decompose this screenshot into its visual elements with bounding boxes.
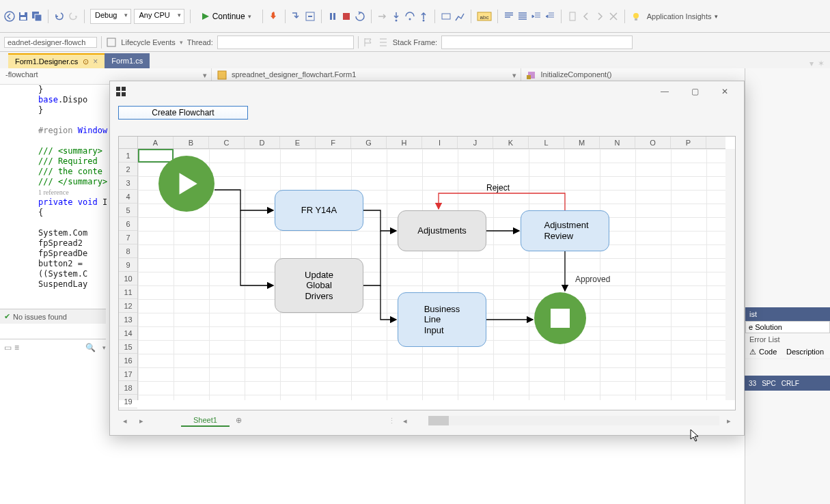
flowchart-end-node[interactable] [534, 292, 586, 344]
row-header-4[interactable]: 4 [119, 190, 137, 204]
search-icon[interactable]: 🔍 [85, 343, 96, 352]
tab-form1[interactable]: Form1.cs [105, 53, 150, 68]
bookmark-row-icon[interactable]: ▭ [4, 343, 12, 352]
error-list-label[interactable]: Error List [745, 333, 830, 346]
dropdown-icon[interactable]: ▾ [248, 13, 251, 20]
show-next-icon[interactable] [305, 11, 316, 22]
close-button[interactable]: ✕ [711, 83, 738, 100]
col-header-N[interactable]: N [600, 137, 635, 148]
config-combo[interactable]: Debug [90, 9, 131, 24]
panel-header-list[interactable]: ist [745, 307, 830, 321]
undo-icon[interactable] [54, 11, 65, 22]
col-header-E[interactable]: E [280, 137, 316, 148]
column-headers[interactable]: ABCDEFGHIJKLMNOP [138, 137, 725, 149]
row-header-2[interactable]: 2 [119, 163, 137, 176]
thread-combo[interactable] [217, 36, 354, 49]
row-header-9[interactable]: 9 [119, 258, 137, 272]
create-flowchart-button[interactable]: Create Flowchart [118, 106, 248, 120]
splitter-icon[interactable]: ⋮ [388, 417, 396, 425]
code-col[interactable]: Code [759, 348, 786, 356]
indent-icon[interactable] [531, 11, 542, 22]
step-down-icon[interactable] [291, 11, 302, 22]
flowchart-start-node[interactable] [158, 156, 215, 212]
comment-icon[interactable] [503, 11, 514, 22]
step-over-icon[interactable] [404, 11, 415, 22]
row-header-17[interactable]: 17 [119, 367, 137, 381]
row-header-10[interactable]: 10 [119, 272, 137, 285]
minimize-button[interactable]: — [651, 83, 678, 100]
add-sheet-button[interactable]: ⊕ [232, 414, 246, 428]
back-icon[interactable] [4, 11, 15, 22]
flowchart-node-update-drivers[interactable]: Update Global Drivers [275, 258, 363, 313]
bookmark-prev-icon[interactable] [581, 11, 592, 22]
threads-icon[interactable] [378, 37, 389, 48]
sheet-tab-sheet1[interactable]: Sheet1 [181, 415, 230, 427]
col-header-L[interactable]: L [529, 137, 564, 148]
row-header-3[interactable]: 3 [119, 176, 137, 190]
step-right-icon[interactable] [377, 11, 388, 22]
flag-icon[interactable] [363, 37, 374, 48]
settings-icon[interactable]: ✶ [818, 59, 825, 68]
bookmark-icon[interactable] [567, 11, 578, 22]
row-header-13[interactable]: 13 [119, 313, 137, 326]
redo-icon[interactable] [68, 11, 79, 22]
row-header-11[interactable]: 11 [119, 285, 137, 299]
sheet-nav-prev-icon[interactable]: ▸ [135, 417, 148, 425]
sheet-nav-first-icon[interactable]: ◂ [118, 417, 132, 425]
row-header-8[interactable]: 8 [119, 244, 137, 258]
horizontal-scrollbar[interactable] [428, 416, 719, 425]
flowchart-node-business-line-input[interactable]: Business Line Input [398, 292, 486, 347]
row-header-6[interactable]: 6 [119, 217, 137, 231]
col-header-D[interactable]: D [245, 137, 280, 148]
hot-reload-icon[interactable] [268, 11, 279, 22]
lifecycle-icon[interactable] [106, 37, 117, 48]
save-icon[interactable] [18, 11, 29, 22]
uncomment-icon[interactable] [517, 11, 528, 22]
row-header-14[interactable]: 14 [119, 326, 137, 340]
abc-icon[interactable]: abc [477, 11, 492, 22]
close-icon[interactable]: × [93, 57, 98, 66]
tab-overflow-icon[interactable]: ▾ [810, 59, 814, 68]
maximize-button[interactable]: ▢ [681, 83, 708, 100]
col-header-P[interactable]: P [671, 137, 706, 148]
row-header-18[interactable]: 18 [119, 381, 137, 395]
platform-combo[interactable]: Any CPU [134, 9, 184, 24]
outdent-icon[interactable] [544, 11, 555, 22]
save-all-icon[interactable] [31, 11, 42, 22]
tool-icon-1[interactable] [441, 11, 452, 22]
grid-area[interactable]: FR Y14A Update Global Drivers Adjustment… [138, 149, 725, 400]
app-titlebar[interactable]: — ▢ ✕ [110, 81, 744, 102]
row-header-19[interactable]: 19 [119, 395, 137, 408]
hscroll-left-icon[interactable]: ◂ [398, 417, 412, 425]
stop-icon[interactable] [341, 11, 352, 22]
pin-icon[interactable]: ⊙ [82, 57, 89, 66]
col-header-G[interactable]: G [351, 137, 387, 148]
col-header-I[interactable]: I [422, 137, 458, 148]
row-header-5[interactable]: 5 [119, 204, 137, 217]
col-header-A[interactable]: A [138, 137, 174, 148]
flowchart-node-fr-y14a[interactable]: FR Y14A [275, 190, 363, 231]
row-header-7[interactable]: 7 [119, 231, 137, 244]
stackframe-combo[interactable] [441, 36, 633, 49]
row-header-16[interactable]: 16 [119, 354, 137, 367]
dropdown-icon[interactable]: ▾ [102, 344, 106, 351]
solution-combo[interactable]: e Solution [745, 321, 830, 333]
select-all-corner[interactable] [119, 137, 138, 149]
hscroll-right-icon[interactable]: ▸ [722, 417, 736, 425]
vertical-scrollbar[interactable] [725, 149, 735, 400]
bulb-icon[interactable] [631, 11, 641, 22]
step-into-icon[interactable] [391, 11, 402, 22]
bookmark-clear-icon[interactable] [608, 11, 619, 22]
row-header-12[interactable]: 12 [119, 299, 137, 313]
col-header-O[interactable]: O [635, 137, 671, 148]
tab-form1-designer[interactable]: Form1.Designer.cs ⊙ × [8, 53, 105, 68]
tool-icon-2[interactable] [454, 11, 465, 22]
continue-button[interactable]: Continue ▾ [196, 10, 257, 23]
col-header-C[interactable]: C [209, 137, 245, 148]
flowchart-node-adjustment-review[interactable]: Adjustment Review [521, 210, 609, 251]
restart-icon[interactable] [355, 11, 365, 22]
col-header-M[interactable]: M [564, 137, 600, 148]
flowchart-node-adjustments[interactable]: Adjustments [398, 210, 486, 251]
col-header-B[interactable]: B [174, 137, 209, 148]
row-header-15[interactable]: 15 [119, 340, 137, 354]
